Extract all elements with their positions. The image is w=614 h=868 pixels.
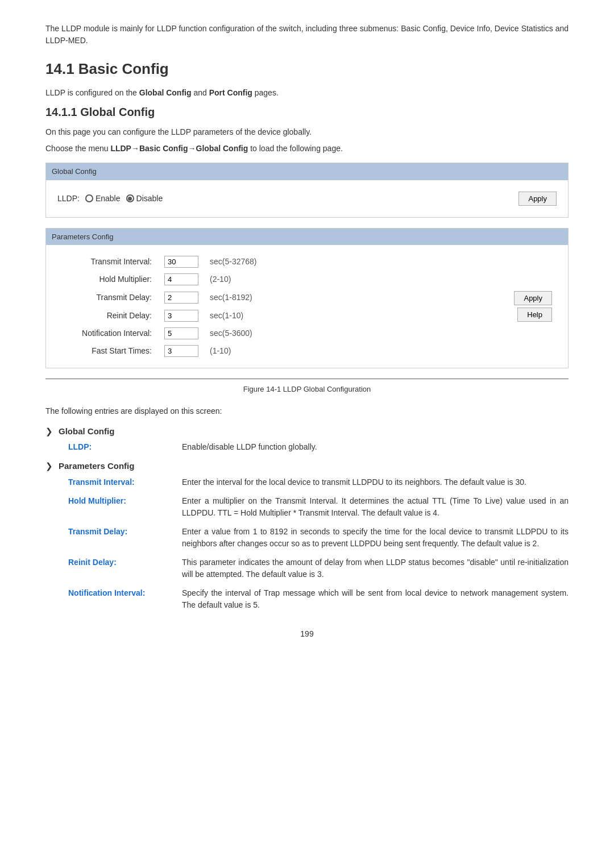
group1-arrow-icon: ❯ [45, 425, 53, 438]
params-row-label: Fast Start Times: [57, 342, 160, 360]
entry-label-notification-interval: Notification Interval: [68, 587, 182, 599]
params-apply-help-cell: ApplyHelp [285, 288, 557, 325]
entry-label-transmit-interval: Transmit Interval: [68, 476, 182, 488]
entry-desc-reinit-delay: This parameter indicates the amount of d… [182, 556, 569, 580]
entry-label-lldp: LLDP: [68, 441, 182, 453]
global-config-body: LLDP: Enable Disable Apply [46, 180, 568, 217]
section-title: 14.1 Basic Config [45, 58, 569, 80]
params-row-range: (2-10) [205, 271, 285, 288]
params-row-range: sec(1-8192) [205, 288, 285, 306]
params-row-label: Transmit Interval: [57, 253, 160, 271]
global-apply-button[interactable]: Apply [518, 192, 557, 206]
params-table-row: Transmit Interval:sec(5-32768) [57, 253, 557, 271]
disable-radio-icon[interactable] [126, 194, 134, 202]
entry-desc-notification-interval: Specify the interval of Trap message whi… [182, 587, 569, 611]
intro-paragraph: The LLDP module is mainly for LLDP funct… [45, 23, 569, 47]
params-row-label: Notification Interval: [57, 325, 160, 342]
entry-row-notification-interval: Notification Interval: Specify the inter… [68, 587, 569, 611]
entry-row-hold-multiplier: Hold Multiplier: Enter a multiplier on t… [68, 495, 569, 519]
params-input-field[interactable] [164, 256, 198, 268]
figure-caption: Figure 14-1 LLDP Global Configuration [45, 384, 569, 395]
entries-section: ❯ Global Config LLDP: Enable/disable LLD… [45, 425, 569, 611]
params-input-field[interactable] [164, 327, 198, 339]
params-row-btn-empty [285, 325, 557, 342]
params-row-btn-empty [285, 342, 557, 360]
params-table-row: Hold Multiplier:(2-10) [57, 271, 557, 288]
params-row-btn-empty [285, 253, 557, 271]
params-row-range: (1-10) [205, 342, 285, 360]
entry-row-transmit-interval: Transmit Interval: Enter the interval fo… [68, 476, 569, 488]
params-table-row: Fast Start Times:(1-10) [57, 342, 557, 360]
global-config-header: Global Config [46, 163, 568, 180]
group2-rows: Transmit Interval: Enter the interval fo… [45, 476, 569, 611]
params-apply-button[interactable]: Apply [514, 291, 552, 305]
subsection-desc: On this page you can configure the LLDP … [45, 126, 569, 138]
params-row-btn-empty [285, 271, 557, 288]
params-help-button[interactable]: Help [517, 308, 552, 322]
params-row-input[interactable] [160, 271, 205, 288]
params-row-label: Hold Multiplier: [57, 271, 160, 288]
params-row-input[interactable] [160, 342, 205, 360]
entry-desc-hold-multiplier: Enter a multiplier on the Transmit Inter… [182, 495, 569, 519]
params-input-field[interactable] [164, 310, 198, 322]
menu-path: Choose the menu LLDP→Basic Config→Global… [45, 143, 569, 155]
group1-rows: LLDP: Enable/disable LLDP function globa… [45, 441, 569, 453]
separator [45, 379, 569, 379]
params-row-range: sec(1-10) [205, 306, 285, 325]
params-row-label: Transmit Delay: [57, 288, 160, 306]
params-btn-group: ApplyHelp [289, 291, 552, 322]
enable-label: Enable [96, 193, 121, 205]
group2-arrow-icon: ❯ [45, 460, 53, 473]
entry-desc-transmit-delay: Enter a value from 1 to 8192 in seconds … [182, 526, 569, 550]
params-table-row: Transmit Delay:sec(1-8192)ApplyHelp [57, 288, 557, 306]
group1-header: ❯ Global Config [45, 425, 569, 438]
lldp-label: LLDP: [57, 193, 80, 205]
params-row-input[interactable] [160, 325, 205, 342]
params-table-row: Notification Interval:sec(5-3600) [57, 325, 557, 342]
params-row-range: sec(5-32768) [205, 253, 285, 271]
disable-label: Disable [136, 193, 163, 205]
entry-row-transmit-delay: Transmit Delay: Enter a value from 1 to … [68, 526, 569, 550]
params-config-body: Transmit Interval:sec(5-32768)Hold Multi… [46, 245, 568, 368]
params-row-input[interactable] [160, 253, 205, 271]
disable-radio-label[interactable]: Disable [126, 193, 163, 205]
entry-row-lldp: LLDP: Enable/disable LLDP function globa… [68, 441, 569, 453]
params-input-field[interactable] [164, 292, 198, 304]
params-row-input[interactable] [160, 306, 205, 325]
enable-radio-icon[interactable] [85, 194, 93, 202]
subsection-title: 14.1.1 Global Config [45, 103, 569, 121]
entry-label-reinit-delay: Reinit Delay: [68, 556, 182, 568]
group2-header: ❯ Parameters Config [45, 460, 569, 473]
params-input-field[interactable] [164, 273, 198, 285]
page-number: 199 [45, 628, 569, 640]
entry-label-transmit-delay: Transmit Delay: [68, 526, 182, 538]
params-row-range: sec(5-3600) [205, 325, 285, 342]
params-row-label: Reinit Delay: [57, 306, 160, 325]
global-config-box: Global Config LLDP: Enable Disable Apply [45, 163, 569, 218]
entry-label-hold-multiplier: Hold Multiplier: [68, 495, 182, 507]
global-config-row: LLDP: Enable Disable Apply [57, 188, 557, 209]
enable-radio-label[interactable]: Enable [85, 193, 121, 205]
lldp-toggle: LLDP: Enable Disable [57, 193, 163, 205]
group2-title: Parameters Config [59, 460, 134, 473]
params-row-input[interactable] [160, 288, 205, 306]
section-desc: LLDP is configured on the Global Config … [45, 87, 569, 99]
group1-title: Global Config [59, 425, 114, 438]
following-text: The following entries are displayed on t… [45, 405, 569, 417]
params-config-box: Parameters Config Transmit Interval:sec(… [45, 228, 569, 369]
params-table: Transmit Interval:sec(5-32768)Hold Multi… [57, 253, 557, 360]
entry-desc-transmit-interval: Enter the interval for the local device … [182, 476, 526, 488]
params-input-field[interactable] [164, 345, 198, 357]
entry-desc-lldp: Enable/disable LLDP function globally. [182, 441, 317, 453]
entry-row-reinit-delay: Reinit Delay: This parameter indicates t… [68, 556, 569, 580]
params-config-header: Parameters Config [46, 229, 568, 246]
